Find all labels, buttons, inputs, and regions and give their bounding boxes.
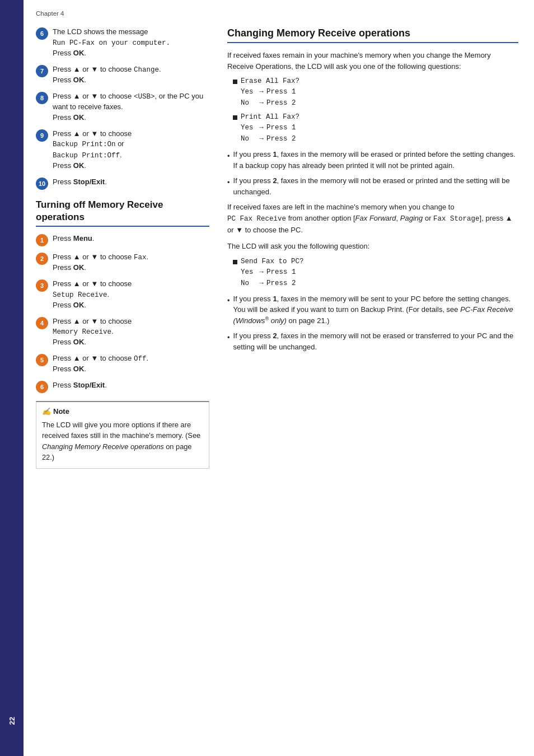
chapter-label: Chapter 4 [36, 10, 518, 17]
left-sidebar: 22 [0, 0, 24, 756]
section1-heading: Turning off Memory Receive operations [36, 199, 209, 227]
step-circle-s1-4: 4 [36, 317, 48, 329]
step-s1-3-text: Press ▲ or ▼ to choose Setup Receive. Pr… [53, 279, 132, 311]
bullet-dot-4: • [227, 332, 230, 343]
section2-heading: Changing Memory Receive operations [227, 27, 518, 43]
bullet-2: • If you press 2, faxes in the memory wi… [227, 175, 518, 197]
step-circle-s1-6: 6 [36, 381, 48, 393]
question-block-3: Send Fax to PC? Yes → Press 1 No → Press… [233, 258, 518, 289]
q3-yes-line: Yes → Press 1 [241, 267, 518, 278]
square-bullet-2 [233, 115, 237, 120]
step-s1-6: 6 Press Stop/Exit. [36, 380, 209, 393]
middle-text: If received faxes are left in the machin… [227, 202, 518, 235]
page-number: 22 [8, 717, 16, 725]
step-9-text: Press ▲ or ▼ to choose Backup Print:On o… [53, 129, 132, 171]
step-10-blue: 10 Press Stop/Exit. [36, 177, 209, 190]
step-circle-s1-1: 1 [36, 234, 48, 246]
step-6-blue: 6 The LCD shows the message Run PC-Fax o… [36, 27, 209, 59]
middle-text-3: The LCD will ask you the following quest… [227, 241, 518, 252]
step-circle-8: 8 [36, 92, 48, 104]
step-circle-6: 6 [36, 27, 48, 40]
bullet-dot-3: • [227, 295, 230, 306]
step-s1-3: 3 Press ▲ or ▼ to choose Setup Receive. … [36, 279, 209, 311]
step-circle-s1-2: 2 [36, 253, 48, 265]
step-6-text: The LCD shows the message Run PC-Fax on … [53, 27, 170, 59]
step-s1-6-text: Press Stop/Exit. [53, 380, 107, 391]
step-circle-9: 9 [36, 129, 48, 142]
intro-text: If received faxes remain in your machine… [227, 50, 518, 72]
q3-no-line: No → Press 2 [241, 278, 518, 289]
q1-header: Erase All Fax? [233, 77, 518, 85]
step-s1-1-text: Press Menu. [53, 234, 94, 244]
q3-header: Send Fax to PC? [233, 258, 518, 265]
step-s1-4-text: Press ▲ or ▼ to choose Memory Receive. P… [53, 316, 132, 348]
step-s1-2: 2 Press ▲ or ▼ to choose Fax. Press OK. [36, 252, 209, 273]
main-content: Chapter 4 6 The LCD shows the message Ru… [24, 0, 534, 756]
left-column: 6 The LCD shows the message Run PC-Fax o… [36, 27, 209, 740]
step-10-text: Press Stop/Exit. [53, 177, 107, 188]
step-circle-10: 10 [36, 178, 48, 190]
bullet-3: • If you press 1, faxes in the memory wi… [227, 293, 518, 326]
step-9-blue: 9 Press ▲ or ▼ to choose Backup Print:On… [36, 129, 209, 171]
step-circle-7: 7 [36, 65, 48, 77]
note-icon: ✍ [42, 407, 51, 417]
step-7-text: Press ▲ or ▼ to choose Change. Press OK. [53, 64, 161, 86]
step-circle-s1-3: 3 [36, 279, 48, 292]
q2-header: Print All Fax? [233, 113, 518, 121]
square-bullet-1 [233, 80, 237, 84]
bullet-4: • If you press 2, faxes in the memory wi… [227, 330, 518, 352]
q1-yes-line: Yes → Press 1 [241, 86, 518, 97]
step-s1-2-text: Press ▲ or ▼ to choose Fax. Press OK. [53, 252, 148, 273]
step-8-blue: 8 Press ▲ or ▼ to choose <USB>, or the P… [36, 91, 209, 123]
q2-yes-line: Yes → Press 1 [241, 122, 518, 133]
question-block-1: Erase All Fax? Yes → Press 1 No → Press … [233, 77, 518, 109]
square-bullet-3 [233, 260, 237, 264]
note-text: The LCD will give you more options if th… [42, 419, 203, 463]
q1-no-line: No → Press 2 [241, 97, 518, 109]
step-circle-s1-5: 5 [36, 354, 48, 366]
note-title: ✍ Note [42, 407, 203, 417]
bullet-1: • If you press 1, faxes in the memory wi… [227, 149, 518, 171]
step-s1-4: 4 Press ▲ or ▼ to choose Memory Receive.… [36, 316, 209, 348]
note-box: ✍ Note The LCD will give you more option… [36, 401, 209, 469]
question-block-2: Print All Fax? Yes → Press 1 No → Press … [233, 113, 518, 144]
right-column: Changing Memory Receive operations If re… [227, 27, 518, 740]
q2-no-line: No → Press 2 [241, 133, 518, 144]
bullet-dot-2: • [227, 177, 230, 188]
step-s1-5-text: Press ▲ or ▼ to choose Off. Press OK. [53, 353, 148, 375]
two-column-layout: 6 The LCD shows the message Run PC-Fax o… [36, 27, 518, 740]
bullet-dot-1: • [227, 151, 230, 162]
step-8-text: Press ▲ or ▼ to choose <USB>, or the PC … [53, 91, 209, 123]
step-s1-5: 5 Press ▲ or ▼ to choose Off. Press OK. [36, 353, 209, 375]
step-s1-1: 1 Press Menu. [36, 234, 209, 246]
step-7-blue: 7 Press ▲ or ▼ to choose Change. Press O… [36, 64, 209, 86]
